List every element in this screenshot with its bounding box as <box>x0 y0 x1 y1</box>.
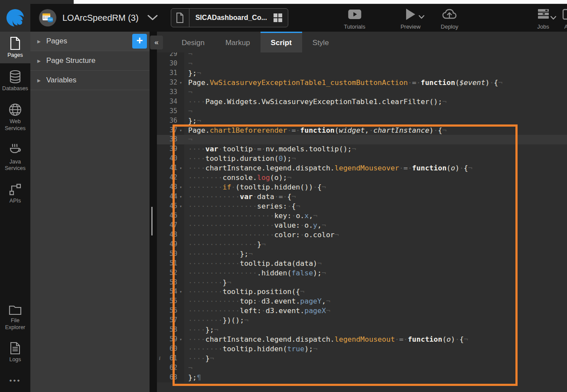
code-line[interactable]: 39····var·tooltip·=·nv.models.tooltip();… <box>157 144 567 154</box>
sidebar-item-web-services[interactable]: Web Services <box>0 98 30 136</box>
tutorials-button[interactable]: Tutorials <box>344 8 365 30</box>
sidebar-item-pages[interactable]: Pages <box>0 32 30 63</box>
line-gutter[interactable]: 47 <box>157 221 184 230</box>
tab-design[interactable]: Design <box>171 32 215 52</box>
code-line[interactable]: 56············left:·d3.event.pageX¬ <box>157 306 567 316</box>
line-gutter[interactable]: 46 <box>157 211 184 221</box>
sidebar-item-databases[interactable]: Databases <box>0 65 30 97</box>
code-line[interactable]: 47····················value:·o.y,¬ <box>157 221 567 230</box>
grid-icon[interactable] <box>273 13 283 23</box>
add-page-button[interactable]: + <box>132 34 147 49</box>
sidebar-item-file-explorer[interactable]: File Explorer <box>0 300 30 335</box>
fold-arrow-icon[interactable]: ▾ <box>177 335 184 344</box>
sidebar-more-button[interactable]: ••• <box>0 369 30 392</box>
code-line[interactable]: 33¬ <box>157 88 567 97</box>
line-gutter[interactable]: 32▾ <box>157 78 184 88</box>
line-gutter[interactable]: 49 <box>157 240 184 249</box>
code-line[interactable]: 46····················key:·o.x,¬ <box>157 211 567 221</box>
line-gutter[interactable]: 57 <box>157 316 184 325</box>
code-line[interactable]: 57········})();¬ <box>157 316 567 325</box>
project-selector[interactable]: LOArcSpeedRM (3) <box>39 9 158 26</box>
code-line[interactable]: 34····Page.Widgets.VwSicasurveyException… <box>157 97 567 107</box>
sidebar-item-apis[interactable]: APIs <box>0 178 30 209</box>
tab-script[interactable]: Script <box>261 32 302 52</box>
fold-arrow-icon[interactable]: ▾ <box>177 287 184 297</box>
code-line[interactable]: 55············top:·d3.event.pageY,¬ <box>157 297 567 306</box>
code-line[interactable]: 52················.hidden(false);¬ <box>157 268 567 278</box>
jobs-button[interactable]: Jobs <box>537 8 549 30</box>
line-gutter[interactable]: 39 <box>157 144 184 154</box>
expand-triangle-icon[interactable]: ▶ <box>37 39 41 44</box>
deploy-button[interactable]: Deploy <box>441 8 458 30</box>
line-gutter[interactable]: 37▾ <box>157 126 184 135</box>
line-gutter[interactable]: 34 <box>157 97 184 107</box>
preview-button[interactable]: Preview <box>401 8 420 30</box>
line-gutter[interactable]: 44▾ <box>157 192 184 202</box>
line-gutter[interactable]: 62 <box>157 363 184 373</box>
line-gutter[interactable]: 58 <box>157 325 184 335</box>
panel-section-pages[interactable]: ▶ Pages + <box>30 32 150 51</box>
line-gutter[interactable]: 33 <box>157 88 184 97</box>
code-line[interactable]: 45▾················series:·{¬ <box>157 202 567 211</box>
code-line[interactable]: 58····};¬ <box>157 325 567 335</box>
fold-arrow-icon[interactable]: ▾ <box>177 78 184 88</box>
code-line[interactable]: i61····}¬ <box>157 354 567 363</box>
code-line[interactable]: 50············};¬ <box>157 249 567 259</box>
code-line[interactable]: 41▾····chartInstance.legend.dispatch.leg… <box>157 163 567 173</box>
code-line[interactable]: 37▾Page.chart1Beforerender·=·function(wi… <box>157 126 567 135</box>
code-line[interactable]: 32▾Page.VwSicasurveyExceptionTable1_cust… <box>157 78 567 88</box>
line-gutter[interactable]: 63 <box>157 373 184 382</box>
sidebar-item-java-services[interactable]: Java Services <box>0 138 30 176</box>
code-line[interactable]: 36};¬ <box>157 116 567 126</box>
line-gutter[interactable]: 51 <box>157 259 184 268</box>
line-gutter[interactable]: 54▾ <box>157 287 184 297</box>
chevron-down-icon[interactable] <box>147 15 158 21</box>
line-gutter[interactable]: 31 <box>157 69 184 78</box>
fold-arrow-icon[interactable]: ▾ <box>177 126 184 135</box>
fold-arrow-icon[interactable]: ▾ <box>177 183 184 192</box>
code-line[interactable]: 30¬ <box>157 59 567 69</box>
line-gutter[interactable]: 45▾ <box>157 202 184 211</box>
code-line[interactable]: 42········console.log(o);¬ <box>157 173 567 183</box>
sidebar-item-logs[interactable]: Logs <box>0 337 30 368</box>
code-line[interactable]: 53········}¬ <box>157 278 567 287</box>
code-line[interactable]: 44▾············var·data·=·{¬ <box>157 192 567 202</box>
fold-arrow-icon[interactable]: ▾ <box>177 192 184 202</box>
code-line[interactable]: 43▾········if·(tooltip.hidden())·{¬ <box>157 183 567 192</box>
line-gutter[interactable]: 52 <box>157 268 184 278</box>
line-gutter[interactable]: 53 <box>157 278 184 287</box>
line-gutter[interactable]: 59▾ <box>157 335 184 344</box>
line-gutter[interactable]: 41▾ <box>157 163 184 173</box>
line-gutter[interactable]: 35 <box>157 107 184 116</box>
line-gutter[interactable]: i61 <box>157 354 184 363</box>
line-gutter[interactable]: 56 <box>157 306 184 316</box>
expand-triangle-icon[interactable]: ▶ <box>37 59 41 63</box>
panel-section-variables[interactable]: ▶ Variables <box>30 71 150 90</box>
line-gutter[interactable]: 40 <box>157 154 184 163</box>
tab-markup[interactable]: Markup <box>215 32 261 52</box>
code-line[interactable]: 49················}¬ <box>157 240 567 249</box>
code-line[interactable]: 38¬ <box>157 135 567 144</box>
line-gutter[interactable]: 55 <box>157 297 184 306</box>
line-gutter[interactable]: 43▾ <box>157 183 184 192</box>
collapse-panel-button[interactable]: « <box>150 36 163 49</box>
vertical-scrollbar[interactable] <box>151 207 153 235</box>
code-line[interactable]: 59▾····chartInstance.legend.dispatch.leg… <box>157 335 567 344</box>
code-line[interactable]: 48····················color:·o.color¬ <box>157 230 567 240</box>
line-gutter[interactable]: 42 <box>157 173 184 183</box>
code-line[interactable]: 63};¶ <box>157 373 567 382</box>
line-gutter[interactable]: 30 <box>157 59 184 69</box>
line-gutter[interactable]: 48 <box>157 230 184 240</box>
line-gutter[interactable]: 38 <box>157 135 184 144</box>
artifacts-button[interactable]: Art <box>562 8 567 30</box>
code-line[interactable]: 54▾········tooltip.position({¬ <box>157 287 567 297</box>
panel-section-page-structure[interactable]: ▶ Page Structure <box>30 51 150 71</box>
code-line[interactable]: 35¬ <box>157 107 567 116</box>
code-line[interactable]: 31};¬ <box>157 69 567 78</box>
fold-arrow-icon[interactable]: ▾ <box>177 202 184 211</box>
tab-style[interactable]: Style <box>302 32 339 52</box>
line-gutter[interactable]: 60 <box>157 344 184 354</box>
preview-chevron-icon[interactable] <box>419 15 424 19</box>
line-gutter[interactable]: 36 <box>157 116 184 126</box>
code-line[interactable]: 40····tooltip.duration(0);¬ <box>157 154 567 163</box>
